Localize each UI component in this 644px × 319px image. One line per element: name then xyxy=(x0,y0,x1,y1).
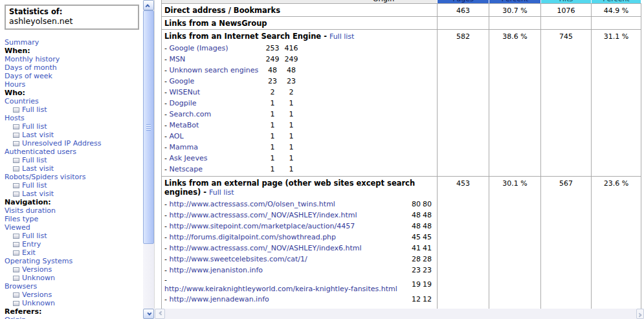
search-engine-link[interactable]: Search.com xyxy=(169,110,211,118)
statistics-of-label: Statistics of: xyxy=(9,7,135,16)
sidebar-item-summary[interactable]: Summary xyxy=(5,38,39,47)
sidebar-item-unknown[interactable]: Unknown xyxy=(22,274,55,282)
scroll-down-button[interactable] xyxy=(143,309,154,319)
search-engine-link[interactable]: Google (Images) xyxy=(169,44,228,52)
sidebar-heading-navigation: Navigation: xyxy=(5,198,143,206)
chevron-left-icon xyxy=(159,311,163,315)
search-engine-row: - WISENut22 xyxy=(164,87,434,98)
hits-count: 28 xyxy=(421,255,432,264)
hits-count: 41 xyxy=(421,244,432,253)
scroll-up-button[interactable] xyxy=(143,0,154,10)
sidebar-item-robots-spiders-visitors[interactable]: Robots/Spiders visitors xyxy=(5,173,86,181)
search-engine-link[interactable]: Mamma xyxy=(169,143,197,151)
sidebar-item-entry[interactable]: Entry xyxy=(22,240,41,248)
referrer-label: - http://www.jenaniston.info xyxy=(164,266,405,275)
referrer-label: - Google (Images) xyxy=(164,44,263,53)
sidebar-row: Full list xyxy=(5,156,143,164)
sidebar-item-unresolved-ip-address[interactable]: Unresolved IP Address xyxy=(22,139,102,148)
sidebar-item-last-visit[interactable]: Last visit xyxy=(22,131,54,139)
search-engine-link[interactable]: AOL xyxy=(169,132,183,140)
search-engine-link[interactable]: Unknown search engines xyxy=(169,66,258,74)
search-engine-link[interactable]: MetaBot xyxy=(169,121,199,129)
search-engine-row: - Netscape11 xyxy=(164,164,434,175)
referrer-url-link[interactable]: http://www.sweetcelebsites.com/cat/1/ xyxy=(169,255,307,263)
sidebar-item-versions[interactable]: Versions xyxy=(22,291,52,299)
pages-count: 1 xyxy=(263,154,282,163)
sidebar-item-operating-systems[interactable]: Operating Systems xyxy=(5,257,72,265)
sidebar-item-full-list[interactable]: Full list xyxy=(22,105,47,114)
sidebar-item-viewed[interactable]: Viewed xyxy=(5,223,30,232)
sidebar-item-monthly-history[interactable]: Monthly history xyxy=(5,55,60,63)
scrollbar-thumb[interactable] xyxy=(143,10,154,244)
search-engine-link[interactable]: Dogpile xyxy=(169,99,196,107)
referrer-url-link[interactable]: http://www.sitepoint.com/marketplace/auc… xyxy=(169,222,355,230)
referrer-url-link[interactable]: http://www.actressass.com/O/olsen_twins.… xyxy=(169,200,335,208)
search-engine-link[interactable]: Google xyxy=(169,77,194,85)
list-page-icon xyxy=(13,301,19,306)
sidebar-item-days-of-month[interactable]: Days of month xyxy=(5,63,57,72)
referrer-url-link[interactable]: http://www.actressass.com/_NOV/ASHLEY/in… xyxy=(169,211,357,219)
sidebar-row: Authenticated users xyxy=(5,148,143,156)
hits-count: 1 xyxy=(282,99,300,108)
referrer-url-link[interactable]: http://www.actressass.com/_NOV/ASHLEY/in… xyxy=(169,244,361,252)
hits-count: 1 xyxy=(282,154,300,163)
referrer-url-row: - http://www.sitepoint.com/marketplace/a… xyxy=(164,221,434,232)
sidebar-item-exit[interactable]: Exit xyxy=(22,248,36,257)
pages-count: 28 xyxy=(405,255,421,264)
sidebar-item-browsers[interactable]: Browsers xyxy=(5,282,37,291)
sidebar-item-files-type[interactable]: Files type xyxy=(5,215,38,223)
search-engine-link[interactable]: MSN xyxy=(169,55,185,63)
hits-value xyxy=(541,17,592,29)
sidebar-item-visits-duration[interactable]: Visits duration xyxy=(5,206,56,215)
sidebar-item-countries[interactable]: Countries xyxy=(5,97,39,105)
list-page-icon xyxy=(13,158,19,163)
referrer-url-link[interactable]: http://www.jennadewan.info xyxy=(169,295,269,303)
hits-count: 23 xyxy=(421,266,432,275)
sidebar: Statistics of: ashleyolsen.net SummaryWh… xyxy=(0,0,143,319)
chevron-down-icon xyxy=(147,311,151,315)
referrer-label: - Dogpile xyxy=(164,99,263,108)
sidebar-item-hours[interactable]: Hours xyxy=(5,80,25,89)
list-page-icon xyxy=(13,133,19,138)
scroll-right-button[interactable] xyxy=(636,309,644,319)
sidebar-item-last-visit[interactable]: Last visit xyxy=(22,190,54,198)
main-content: Origin Pages Percent Hits Percent Direct… xyxy=(154,0,644,309)
full-list-link[interactable]: Full list xyxy=(329,32,354,41)
scroll-left-button[interactable] xyxy=(155,309,165,319)
hits-value: 1076 xyxy=(541,4,592,16)
sidebar-item-authenticated-users[interactable]: Authenticated users xyxy=(5,148,76,156)
scrollbar-grip xyxy=(146,124,151,131)
sidebar-item-hosts[interactable]: Hosts xyxy=(5,114,25,122)
main-horizontal-scrollbar[interactable] xyxy=(154,309,644,319)
search-engine-row: - Google2323 xyxy=(164,76,434,87)
full-list-link[interactable]: Full list xyxy=(209,188,234,197)
search-engine-link[interactable]: WISENut xyxy=(169,88,200,96)
sidebar-item-full-list[interactable]: Full list xyxy=(22,181,47,190)
sidebar-item-last-visit[interactable]: Last visit xyxy=(22,164,54,173)
sidebar-item-full-list[interactable]: Full list xyxy=(22,232,47,240)
hits-count: 1 xyxy=(282,121,300,130)
search-engine-row: - MSN249249 xyxy=(164,54,434,65)
referrer-url-link[interactable]: http://www.keiraknightleyworld.com/keira… xyxy=(164,285,397,293)
sidebar-item-origin[interactable]: Origin xyxy=(5,316,26,319)
search-engine-link[interactable]: Ask Jeeves xyxy=(169,154,207,162)
list-page-icon xyxy=(13,124,19,129)
sidebar-vertical-scrollbar[interactable] xyxy=(143,0,154,319)
referrer-label: - http://www.jennadewan.info xyxy=(164,295,405,304)
pages-percent-value xyxy=(489,17,541,29)
sidebar-item-versions[interactable]: Versions xyxy=(22,265,52,274)
dash: - xyxy=(164,165,167,173)
sidebar-item-full-list[interactable]: Full list xyxy=(22,156,47,164)
sidebar-item-days-of-week[interactable]: Days of week xyxy=(5,72,52,80)
search-engine-link[interactable]: Netscape xyxy=(169,165,203,173)
pages-count: 253 xyxy=(263,44,282,53)
hits-count: 48 xyxy=(282,66,300,75)
referrer-url-link[interactable]: http://www.jenaniston.info xyxy=(169,266,263,274)
sidebar-row: Origin xyxy=(5,316,143,319)
referrer-url-link[interactable]: http://forums.digitalpoint.com/showthrea… xyxy=(169,233,336,241)
pages-count: 23 xyxy=(405,266,421,275)
sidebar-item-unknown[interactable]: Unknown xyxy=(22,299,55,307)
external-pages-list: - http://www.actressass.com/O/olsen_twin… xyxy=(164,199,434,309)
hits-count: 23 xyxy=(282,77,300,86)
sidebar-item-full-list[interactable]: Full list xyxy=(22,122,47,131)
